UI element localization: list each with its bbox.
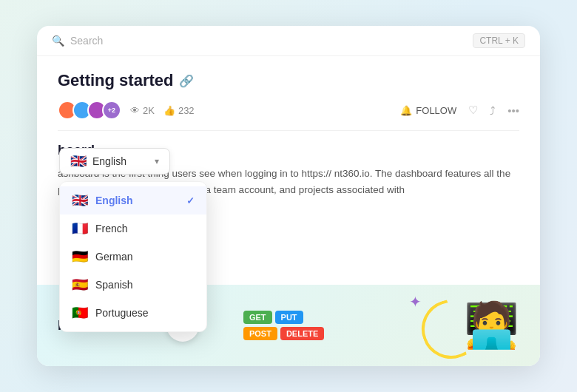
article-title-row: Getting started 🔗: [58, 71, 519, 90]
language-option-german[interactable]: 🇩🇪 German: [60, 243, 206, 271]
avatar-overflow: +2: [102, 101, 121, 120]
follow-button[interactable]: 🔔 FOLLOW: [400, 105, 456, 116]
flag-icon-de: 🇩🇪: [72, 250, 88, 263]
flag-icon-fr: 🇫🇷: [72, 222, 88, 235]
search-icon: 🔍: [52, 35, 64, 47]
check-icon: ✓: [186, 195, 195, 206]
sparkle-icon: ✦: [409, 293, 422, 311]
meta-actions: 🔔 FOLLOW ♡ ⤴ •••: [400, 104, 519, 117]
article-title: Getting started: [58, 71, 173, 90]
flag-icon-en: 🇬🇧: [72, 194, 88, 207]
flag-icon-pt: 🇵🇹: [72, 306, 88, 320]
bell-icon: 🔔: [400, 105, 412, 116]
language-option-french[interactable]: 🇫🇷 French: [60, 214, 206, 243]
language-label-german: German: [95, 251, 133, 263]
like-count: 👍 232: [163, 105, 195, 116]
view-count: 👁 2K: [130, 105, 155, 116]
content-area: Getting started 🔗 +2 👁 2K 👍 232 🔔: [37, 56, 540, 197]
main-card: 🔍 Search CTRL + K Getting started 🔗 +2 👁…: [37, 26, 540, 366]
api-tags: GET PUT POST DELETE: [243, 311, 324, 340]
selected-flag: 🇬🇧: [70, 155, 87, 168]
post-tag: POST: [243, 327, 277, 340]
put-tag: PUT: [275, 311, 303, 324]
language-label-spanish: Spanish: [95, 279, 133, 291]
eye-icon: 👁: [130, 105, 140, 116]
api-row-top: GET PUT: [243, 311, 324, 324]
heart-icon[interactable]: ♡: [468, 104, 478, 117]
language-option-portuguese[interactable]: 🇵🇹 Portuguese: [60, 299, 206, 327]
language-label-english: English: [95, 195, 133, 206]
article-meta: +2 👁 2K 👍 232 🔔 FOLLOW ♡ ⤴ •••: [58, 101, 519, 131]
search-placeholder: Search: [70, 35, 467, 47]
search-bar: 🔍 Search CTRL + K: [37, 26, 540, 56]
get-tag: GET: [243, 311, 272, 324]
language-label-french: French: [95, 223, 128, 234]
chevron-down-icon: ▾: [155, 156, 159, 166]
api-row-bottom: POST DELETE: [243, 327, 324, 340]
search-shortcut: CTRL + K: [473, 33, 525, 48]
delete-tag: DELETE: [280, 327, 324, 340]
language-option-spanish[interactable]: 🇪🇸 Spanish: [60, 271, 206, 299]
language-selector[interactable]: 🇬🇧 English ▾: [59, 148, 170, 175]
link-icon[interactable]: 🔗: [179, 74, 194, 88]
language-label-portuguese: Portuguese: [95, 307, 149, 319]
thumb-icon: 👍: [163, 105, 175, 116]
illustration: 🧑‍💻: [464, 303, 519, 348]
language-dropdown: 🇬🇧 English ✓ 🇫🇷 French 🇩🇪 German 🇪🇸 Span…: [59, 181, 207, 332]
more-icon[interactable]: •••: [507, 104, 519, 117]
flag-icon-es: 🇪🇸: [72, 278, 88, 291]
selected-language-label: English: [92, 155, 126, 167]
language-option-english[interactable]: 🇬🇧 English ✓: [60, 186, 206, 214]
avatar-group: +2: [58, 101, 121, 120]
share-icon[interactable]: ⤴: [490, 104, 496, 117]
